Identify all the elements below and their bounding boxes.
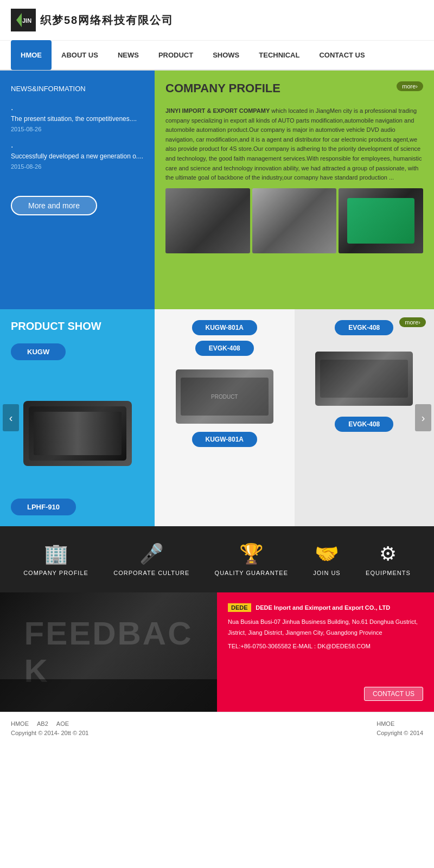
product-kugw-button[interactable]: KUGW — [11, 343, 66, 360]
contact-company: DEDE Inport and Eximport and Export CO.,… — [256, 604, 390, 611]
svg-text:JIN YI: JIN YI — [22, 17, 31, 24]
product-right-panel: more› EVGK-408 EVGK-408 — [295, 309, 435, 526]
footer-right-home[interactable]: HMOE — [376, 720, 394, 727]
nav-item-contact[interactable]: CONTACT US — [309, 40, 374, 70]
nav-item-product[interactable]: PRODUCT — [149, 40, 203, 70]
nav-item-about[interactable]: ABOUT US — [52, 40, 108, 70]
contact-panel: DEDE DEDE Inport and Eximport and Export… — [217, 592, 434, 712]
company-name: 织梦58网络科技有限公司 — [40, 13, 174, 28]
nav-item-news[interactable]: NEWS — [108, 40, 149, 70]
icon-company-profile-label: COMPANY PROFILE — [23, 570, 88, 576]
news-more-button[interactable]: More and more — [11, 196, 97, 215]
company-images — [165, 188, 423, 253]
product-kugw801a-top-button[interactable]: KUGW-801A — [192, 320, 257, 335]
building-icon: 🏢 — [44, 542, 68, 565]
company-more-badge[interactable]: more› — [397, 81, 423, 91]
footer-nav-ab2[interactable]: AB2 — [37, 720, 48, 727]
product-kugw-image — [23, 401, 132, 466]
navigation: HMOE ABOUT US NEWS PRODUCT SHOWS TECHNIC… — [0, 41, 434, 71]
company-description: JINYI IMPORT & EXPORT COMPAMY which loca… — [165, 106, 423, 183]
news-item-1: The present situation, the competitivene… — [11, 105, 144, 132]
dede-badge: DEDE — [228, 603, 251, 612]
icon-company-profile[interactable]: 🏢 COMPANY PROFILE — [23, 542, 88, 576]
footer-copyright-left: Copyright © 2014- 20tt © 201 — [11, 730, 88, 736]
dede-label: DEDE DEDE Inport and Eximport and Export… — [228, 603, 423, 611]
bottom-section: FEEDBACK DEDE DEDE Inport and Eximport a… — [0, 592, 434, 712]
header: JIN YI 织梦58网络科技有限公司 — [0, 0, 434, 41]
news-item-1-text: The present situation, the competitivene… — [11, 114, 144, 124]
icons-section: 🏢 COMPANY PROFILE 🎤 CORPORATE CULTURE 🏆 … — [0, 526, 434, 592]
nav-item-home[interactable]: HMOE — [11, 40, 52, 70]
feedback-panel: FEEDBACK — [0, 592, 217, 712]
company-section: COMPANY PROFILE more› JINYI IMPORT & EXP… — [155, 71, 434, 309]
product-more-badge[interactable]: more› — [399, 317, 426, 327]
news-item-2-text: Successfully developed a new generation … — [11, 152, 144, 161]
company-title: COMPANY PROFILE — [165, 81, 280, 95]
icon-corporate-culture[interactable]: 🎤 CORPORATE CULTURE — [113, 542, 189, 576]
nav-item-shows[interactable]: SHOWS — [203, 40, 249, 70]
footer-nav-aoe[interactable]: AOE — [56, 720, 69, 727]
product-show-section: ‹ PRODUCT SHOW KUGW LPHF-910 KUGW-801A E… — [0, 309, 434, 526]
product-middle-image: PRODUCT — [176, 369, 273, 424]
company-image-tools — [165, 188, 250, 253]
product-evgk408-top-button[interactable]: EVGK-408 — [335, 320, 393, 335]
icon-quality-guarantee-label: QUALITY GUARANTEE — [215, 570, 288, 576]
product-evgk408-bot-button[interactable]: EVGK-408 — [335, 417, 393, 432]
product-lphf-button[interactable]: LPHF-910 — [11, 499, 76, 515]
product-right-image — [315, 352, 413, 406]
product-show-title: PRODUCT SHOW — [11, 320, 101, 333]
icon-join-us[interactable]: 🤝 JOIN US — [313, 542, 340, 576]
icon-corporate-culture-label: CORPORATE CULTURE — [113, 570, 189, 576]
main-content-grid: NEWS&INFORMATION The present situation, … — [0, 71, 434, 309]
footer-left: HMOE AB2 AOE Copyright © 2014- 20tt © 20… — [11, 720, 88, 736]
footer-right-nav: HMOE — [376, 720, 423, 727]
contact-us-button[interactable]: CONTACT US — [364, 687, 423, 701]
footer-copyright-right: Copyright © 2014 — [376, 730, 423, 736]
product-next-button[interactable]: › — [415, 404, 431, 431]
company-image-nav — [339, 188, 423, 253]
product-kugw801a-bot-button[interactable]: KUGW-801A — [192, 432, 257, 447]
feedback-text: FEEDBACK — [24, 615, 193, 690]
footer-nav-home[interactable]: HMOE — [11, 720, 29, 727]
gear-icon: ⚙ — [379, 542, 397, 565]
nav-item-technical[interactable]: TECHNICAL — [249, 40, 309, 70]
news-section: NEWS&INFORMATION The present situation, … — [0, 71, 155, 309]
news-title: NEWS&INFORMATION — [11, 81, 144, 94]
product-evgk408-mid-button[interactable]: EVGK-408 — [195, 341, 254, 356]
icon-equipments-label: EQUIPMENTS — [366, 570, 411, 576]
contact-tel: TEL:+86-0750-3065582 E-MAIL : DK@DEDE58.… — [228, 643, 423, 649]
product-left-panel: PRODUCT SHOW KUGW LPHF-910 — [0, 309, 155, 526]
logo-image: JIN YI — [11, 9, 36, 31]
footer: HMOE AB2 AOE Copyright © 2014- 20tt © 20… — [0, 712, 434, 744]
contact-address: Nua Busiua Busi-07 Jinhua Business Build… — [228, 617, 423, 639]
icon-equipments[interactable]: ⚙ EQUIPMENTS — [366, 542, 411, 576]
footer-right: HMOE Copyright © 2014 — [376, 720, 423, 736]
icon-join-us-label: JOIN US — [313, 570, 340, 576]
microphone-icon: 🎤 — [139, 542, 164, 565]
trophy-icon: 🏆 — [239, 542, 264, 565]
product-kugw-image-inner — [29, 406, 126, 461]
icon-quality-guarantee[interactable]: 🏆 QUALITY GUARANTEE — [215, 542, 288, 576]
news-item-1-date: 2015-08-26 — [11, 126, 144, 132]
logo-icon: JIN YI — [15, 12, 31, 28]
svg-marker-0 — [16, 13, 22, 27]
handshake-icon: 🤝 — [315, 542, 339, 565]
news-item-2-date: 2015-08-26 — [11, 163, 144, 170]
news-item-2: Successfully developed a new generation … — [11, 142, 144, 170]
product-middle-panel: KUGW-801A EVGK-408 PRODUCT KUGW-801A — [155, 309, 295, 526]
product-prev-button[interactable]: ‹ — [3, 404, 19, 431]
logo: JIN YI 织梦58网络科技有限公司 — [11, 9, 174, 31]
company-name-bold: JINYI IMPORT & EXPORT COMPAMY — [165, 107, 270, 114]
company-image-wheel — [252, 188, 337, 253]
footer-nav: HMOE AB2 AOE — [11, 720, 88, 727]
